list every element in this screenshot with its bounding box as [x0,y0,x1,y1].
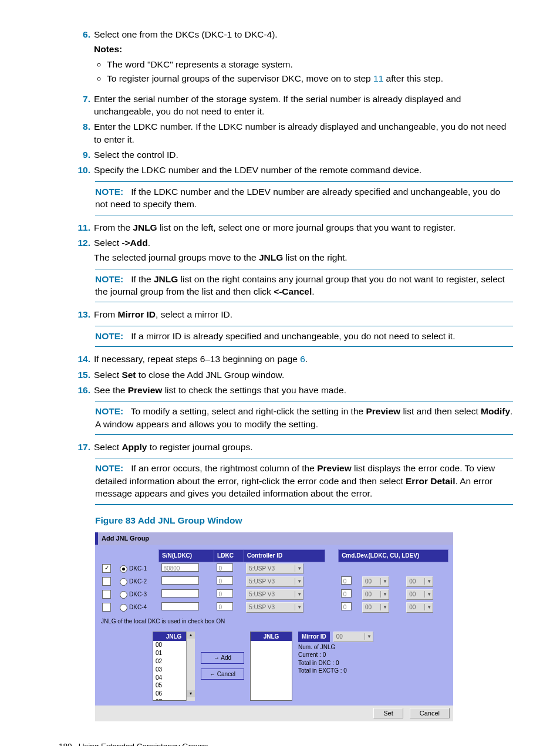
page-link-6[interactable]: 6 [300,354,305,364]
step-number: 12. [73,237,90,249]
cmd-ldev-dropdown[interactable]: 00▼ [406,589,433,600]
cmd-ldkc[interactable]: 0 [341,602,352,610]
page-number: 180 [59,742,72,746]
note-label: NOTE: [95,463,123,473]
note-label: NOTE: [95,331,123,341]
cmd-ldkc[interactable]: 0 [341,589,352,598]
jnlg-right-list[interactable]: JNLG [250,632,292,701]
step-number: 9. [73,148,90,161]
note-label: NOTE: [95,274,123,284]
ldkc-field[interactable]: 0 [217,602,233,610]
controller-dropdown[interactable]: 5:USP V3▼ [246,602,303,613]
step-number: 14. [73,353,90,365]
bullet: The word "DKC" represents a storage syst… [107,58,511,70]
note-label: NOTE: [95,406,123,416]
step-number: 7. [73,93,90,105]
step-body: Select the control ID. [94,148,511,161]
step-body: Select ->Add. The selected journal group… [94,237,511,264]
step-number: 16. [73,384,90,396]
section-title: Using Extended Consistency Groups [79,742,208,746]
dkc-name: DKC-2 [129,578,147,585]
note-box: NOTE: If the LDKC number and the LDEV nu… [95,181,513,215]
step-number: 17. [73,441,90,453]
mirror-id-dropdown[interactable]: 00▼ [333,632,373,642]
button-row: Set Cancel [95,706,453,721]
step-body: Select Set to close the Add JNL Group wi… [94,369,511,381]
ldkc-field[interactable]: 0 [217,563,233,572]
sn-field[interactable] [161,576,199,585]
sn-field[interactable] [161,589,199,598]
note-text: If a mirror ID is already specified and … [131,331,455,341]
step-number: 10. [73,164,90,176]
cmd-cu-dropdown[interactable]: 00▼ [362,589,389,600]
figure-caption: Figure 83 Add JNL Group Window [95,514,513,526]
col-cmddev: Cmd.Dev.(LDKC, CU, LDEV) [339,550,448,562]
dkc-table: S/N(LDKC) LDKC Controller ID Cmd.Dev.(LD… [100,549,448,614]
cmd-ldev-dropdown[interactable]: 00▼ [406,576,433,587]
dkc-name: DKC-3 [129,591,147,598]
step-body: Specify the LDKC number and the LDEV num… [94,164,511,176]
cancel-window-button[interactable]: Cancel [410,708,450,718]
step-link-11[interactable]: 11 [373,73,383,83]
dkc-radio[interactable] [120,565,127,573]
set-button[interactable]: Set [373,708,403,718]
window-panel: S/N(LDKC) LDKC Controller ID Cmd.Dev.(LD… [95,545,453,706]
step-body: Select Apply to register journal groups. [94,441,511,453]
add-jnl-group-window: Add JNL Group S/N(LDKC) LDKC Controller … [95,532,453,721]
step-number: 8. [73,120,90,133]
step-number: 13. [73,308,90,320]
cmd-cu-dropdown[interactable]: 00▼ [362,602,389,613]
step-body: From the JNLG list on the left, select o… [94,221,511,234]
step-body: Select one from the DKCs (DKC-1 to DKC-4… [94,28,511,90]
notes-label: Notes: [94,43,511,55]
controller-dropdown[interactable]: 5:USP V3▼ [246,576,303,587]
note-box: NOTE: If an error occurs, the rightmost … [95,458,513,504]
panel-note: JNLG of the local DKC is used in check b… [101,617,448,626]
step-number: 15. [73,369,90,381]
note-box: NOTE: If the JNLG list on the right cont… [95,269,513,303]
page-footer: 180 Using Extended Consistency Groups [59,741,513,746]
note-box: NOTE: If a mirror ID is already specifie… [95,326,513,347]
step-number: 6. [73,28,90,40]
add-button[interactable]: → Add [201,652,244,664]
dkc-checkbox[interactable] [102,577,111,586]
dkc-radio[interactable] [120,578,127,586]
col-ctrl: Controller ID [244,550,325,562]
dkc-name: DKC-4 [129,604,147,610]
dkc-checkbox[interactable] [102,603,111,612]
cmd-ldev-dropdown[interactable]: 00▼ [406,602,433,613]
notes-bullets: The word "DKC" represents a storage syst… [107,58,511,85]
dkc-checkbox[interactable] [102,590,111,599]
dkc-radio[interactable] [120,604,127,612]
bullet: To register journal groups of the superv… [107,72,511,85]
step-body: From Mirror ID, select a mirror ID. [94,308,511,320]
dkc-radio[interactable] [120,591,127,599]
step-body: If necessary, repeat steps 6–13 beginnin… [94,353,511,365]
mirror-id-label: Mirror ID [298,632,330,642]
stats-box: Num. of JNLG Current : 0 Total in DKC : … [298,643,373,675]
cmd-ldkc[interactable]: 0 [341,576,352,585]
col-ldkc: LDKC [214,550,244,562]
sn-field[interactable]: 80800 [161,563,199,572]
step-body: Enter the serial number of the storage s… [94,93,511,118]
col-sn: S/N(LDKC) [159,550,214,562]
cancel-button[interactable]: ← Cancel [201,669,244,680]
sn-field[interactable] [161,602,199,610]
controller-dropdown[interactable]: 5:USP V3▼ [246,589,303,600]
controller-dropdown[interactable]: 5:USP V3▼ [246,563,303,574]
dkc-checkbox[interactable] [102,564,111,573]
numbered-steps: 6. Select one from the DKCs (DKC-1 to DK… [73,28,513,505]
step-body: Enter the LDKC number. If the LDKC numbe… [94,120,511,146]
dkc-name: DKC-1 [129,565,147,572]
ldkc-field[interactable]: 0 [217,589,233,598]
window-title: Add JNL Group [95,532,453,545]
cmd-cu-dropdown[interactable]: 00▼ [362,576,389,587]
scrollbar[interactable]: ▴▾ [186,632,195,701]
step-number: 11. [73,221,90,234]
note-text: If the LDKC number and the LDEV number a… [95,187,500,209]
note-box: NOTE: To modify a setting, select and ri… [95,401,513,435]
step-body: See the Preview list to check the settin… [94,384,511,396]
note-label: NOTE: [95,187,123,197]
ldkc-field[interactable]: 0 [217,576,233,585]
